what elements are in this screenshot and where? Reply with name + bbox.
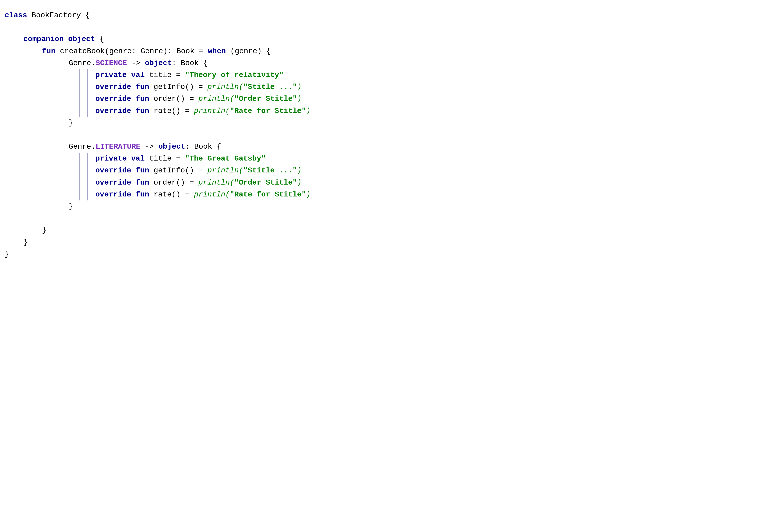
keyword-fun2: fun	[136, 81, 149, 93]
line-genre-science: Genre.SCIENCE -> object: Book {	[5, 57, 756, 69]
keyword-fun3: fun	[136, 93, 149, 105]
keyword-object2: object	[145, 57, 172, 69]
line-override-order-science: override fun order() = println("Order $t…	[5, 93, 756, 105]
line-override-getinfo-science: override fun getInfo() = println("$title…	[5, 81, 756, 93]
line-fun-createbook: fun createBook(genre: Genre): Book = whe…	[5, 45, 756, 57]
line-close-class: }	[5, 248, 756, 260]
keyword-fun5: fun	[136, 165, 149, 177]
keyword-object3: object	[158, 141, 185, 153]
println-close1: )	[297, 81, 302, 93]
line-override-rate-literature: override fun rate() = println("Rate for …	[5, 188, 756, 200]
line-close-companion: }	[5, 237, 756, 248]
keyword-override2: override	[95, 93, 131, 105]
keyword-object: object	[68, 33, 95, 45]
code-block: class BookFactory { companion object { f…	[5, 9, 756, 260]
line-companion: companion object {	[5, 33, 756, 45]
keyword-override6: override	[95, 188, 131, 200]
line-override-rate-science: override fun rate() = println("Rate for …	[5, 105, 756, 117]
println-2: println(	[199, 93, 234, 105]
keyword-private2: private	[95, 153, 127, 165]
keyword-companion: companion	[23, 33, 64, 45]
string-order2: "Order $title"	[234, 177, 297, 188]
line-1: class BookFactory {	[5, 9, 756, 21]
line-override-getinfo-literature: override fun getInfo() = println("$title…	[5, 165, 756, 177]
line-blank-1	[5, 21, 756, 33]
line-private-val-science: private val title = "Theory of relativit…	[5, 69, 756, 81]
println-1: println(	[207, 81, 243, 93]
string-rate1: "Rate for $title"	[230, 105, 306, 117]
keyword-private1: private	[95, 69, 127, 81]
line-close-fun: }	[5, 224, 756, 236]
println-4: println(	[207, 165, 243, 177]
line-blank-2	[5, 129, 756, 141]
line-close-science: }	[5, 117, 756, 129]
keyword-override1: override	[95, 81, 131, 93]
keyword-fun4: fun	[136, 105, 149, 117]
keyword-fun7: fun	[136, 188, 149, 200]
keyword-class: class	[5, 9, 27, 21]
string-order1: "Order $title"	[234, 93, 297, 105]
line-override-order-literature: override fun order() = println("Order $t…	[5, 177, 756, 188]
keyword-fun: fun	[42, 45, 56, 57]
println-3: println(	[194, 105, 230, 117]
keyword-val2: val	[131, 153, 145, 165]
keyword-override4: override	[95, 165, 131, 177]
keyword-override5: override	[95, 177, 131, 188]
string-getinfo1: "$title ..."	[243, 81, 297, 93]
keyword-fun6: fun	[136, 177, 149, 188]
keyword-override3: override	[95, 105, 131, 117]
string-literature-title: "The Great Gatsby"	[185, 153, 265, 165]
string-getinfo2: "$title ..."	[243, 165, 297, 177]
println-close4: )	[297, 165, 302, 177]
string-science-title: "Theory of relativity"	[185, 69, 283, 81]
keyword-when: when	[208, 45, 226, 57]
keyword-val1: val	[131, 69, 145, 81]
println-5: println(	[199, 177, 234, 188]
println-close3: )	[306, 105, 311, 117]
println-close5: )	[297, 177, 302, 188]
genre-science-prop: SCIENCE	[95, 57, 127, 69]
line-private-val-literature: private val title = "The Great Gatsby"	[5, 153, 756, 165]
println-close6: )	[306, 188, 311, 200]
println-close2: )	[297, 93, 302, 105]
genre-literature-prop: LITERATURE	[95, 141, 140, 153]
line-close-literature: }	[5, 200, 756, 212]
line-blank-3	[5, 212, 756, 224]
line-genre-literature: Genre.LITERATURE -> object: Book {	[5, 141, 756, 153]
string-rate2: "Rate for $title"	[230, 188, 306, 200]
println-6: println(	[194, 188, 230, 200]
